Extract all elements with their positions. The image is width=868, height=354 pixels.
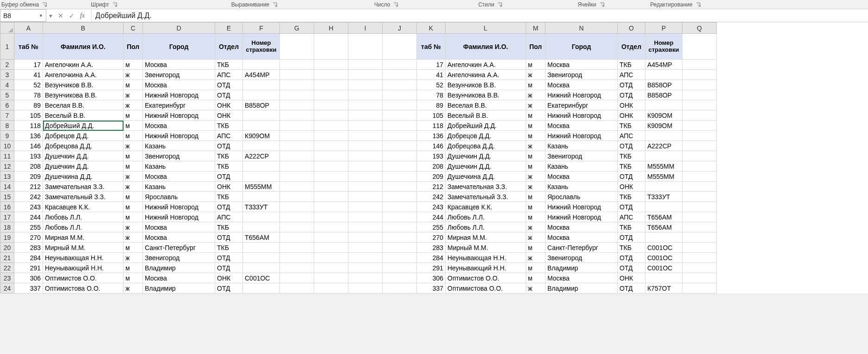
cell-I10[interactable] bbox=[348, 141, 383, 151]
cell-N15[interactable]: Ярославль bbox=[546, 192, 618, 202]
cell-N3[interactable]: Звенигород bbox=[546, 70, 618, 80]
cell-P15[interactable]: Т333УТ bbox=[645, 192, 682, 202]
cell-I13[interactable] bbox=[348, 171, 383, 182]
cell-C7[interactable]: м bbox=[124, 110, 143, 121]
cell-O13[interactable]: ОТД bbox=[618, 171, 645, 182]
cell-K11[interactable]: 193 bbox=[417, 151, 446, 161]
row-header-5[interactable]: 5 bbox=[0, 90, 14, 100]
row-header-14[interactable]: 14 bbox=[0, 182, 14, 192]
cell-L10[interactable]: Добрецова Д.Д. bbox=[446, 141, 526, 151]
confirm-icon[interactable]: ✓ bbox=[69, 12, 74, 19]
cell-M20[interactable]: м bbox=[526, 243, 546, 253]
cell-B14[interactable]: Замечательная З.З. bbox=[43, 182, 124, 192]
cell-C17[interactable]: м bbox=[124, 212, 143, 222]
cell-H18[interactable] bbox=[314, 222, 348, 232]
cell-C5[interactable]: ж bbox=[124, 90, 143, 100]
cell-L23[interactable]: Оптимистов О.О. bbox=[446, 273, 526, 283]
cell-K7[interactable]: 105 bbox=[417, 110, 446, 121]
cell-K21[interactable]: 284 bbox=[417, 253, 446, 263]
cell-C13[interactable]: ж bbox=[124, 171, 143, 182]
cell-O7[interactable]: ОНК bbox=[618, 110, 645, 121]
cell-D5[interactable]: Нижний Новгород bbox=[143, 90, 215, 100]
cell-B7[interactable]: Веселый В.В. bbox=[43, 110, 124, 121]
cell-G6[interactable] bbox=[280, 100, 314, 110]
cell-H5[interactable] bbox=[314, 90, 348, 100]
cell-N13[interactable]: Москва bbox=[546, 171, 618, 182]
col-header-O[interactable]: O bbox=[618, 23, 645, 34]
cell-L9[interactable]: Добрецов Д.Д. bbox=[446, 131, 526, 141]
cell-O14[interactable]: ОНК bbox=[618, 182, 645, 192]
cell-A22[interactable]: 291 bbox=[14, 263, 43, 273]
cell-K2[interactable]: 17 bbox=[417, 60, 446, 70]
cell-A12[interactable]: 208 bbox=[14, 161, 43, 171]
cell-D23[interactable]: Москва bbox=[143, 273, 215, 283]
cell-Q19[interactable] bbox=[682, 232, 717, 243]
cell-M22[interactable]: м bbox=[526, 263, 546, 273]
cell-E7[interactable]: ОНК bbox=[215, 110, 243, 121]
cell-A5[interactable]: 78 bbox=[14, 90, 43, 100]
cell-H15[interactable] bbox=[314, 192, 348, 202]
cell-L11[interactable]: Душечкин Д.Д. bbox=[446, 151, 526, 161]
cell-N17[interactable]: Нижний Новгород bbox=[546, 212, 618, 222]
cell-P1[interactable]: Номер страховки bbox=[645, 34, 682, 60]
cell-M5[interactable]: ж bbox=[526, 90, 546, 100]
cell-K6[interactable]: 89 bbox=[417, 100, 446, 110]
cell-F17[interactable] bbox=[243, 212, 280, 222]
cell-P22[interactable]: С001ОС bbox=[645, 263, 682, 273]
cell-C16[interactable]: м bbox=[124, 202, 143, 212]
cell-B15[interactable]: Замечательный З.З. bbox=[43, 192, 124, 202]
formula-input[interactable] bbox=[91, 9, 868, 22]
row-header-7[interactable]: 7 bbox=[0, 110, 14, 121]
col-header-L[interactable]: L bbox=[446, 23, 526, 34]
cell-Q1[interactable] bbox=[682, 34, 717, 60]
cell-Q23[interactable] bbox=[682, 273, 717, 283]
fx-icon[interactable]: fx bbox=[80, 12, 88, 19]
cell-N20[interactable]: Санкт-Петербург bbox=[546, 243, 618, 253]
cell-E4[interactable]: ОТД bbox=[215, 80, 243, 90]
cell-F22[interactable] bbox=[243, 263, 280, 273]
cell-G12[interactable] bbox=[280, 161, 314, 171]
cell-C24[interactable]: ж bbox=[124, 283, 143, 293]
cell-E8[interactable]: ТКБ bbox=[215, 121, 243, 131]
cell-P7[interactable]: К909ОМ bbox=[645, 110, 682, 121]
cell-H24[interactable] bbox=[314, 283, 348, 293]
cell-B5[interactable]: Везунчикова В.В. bbox=[43, 90, 124, 100]
row-header-1[interactable]: 1 bbox=[0, 34, 14, 60]
cell-E1[interactable]: Отдел bbox=[215, 34, 243, 60]
cell-O22[interactable]: ОТД bbox=[618, 263, 645, 273]
cell-M16[interactable]: м bbox=[526, 202, 546, 212]
cell-E11[interactable]: ТКБ bbox=[215, 151, 243, 161]
cell-G18[interactable] bbox=[280, 222, 314, 232]
cell-B21[interactable]: Неунывающая Н.Н. bbox=[43, 253, 124, 263]
cell-G19[interactable] bbox=[280, 232, 314, 243]
cell-M3[interactable]: ж bbox=[526, 70, 546, 80]
cell-H20[interactable] bbox=[314, 243, 348, 253]
cell-P19[interactable] bbox=[645, 232, 682, 243]
cell-I17[interactable] bbox=[348, 212, 383, 222]
cell-E9[interactable]: АПС bbox=[215, 131, 243, 141]
cell-D7[interactable]: Нижний Новгород bbox=[143, 110, 215, 121]
cell-P12[interactable]: М555ММ bbox=[645, 161, 682, 171]
cell-O10[interactable]: ОТД bbox=[618, 141, 645, 151]
cell-Q9[interactable] bbox=[682, 131, 717, 141]
cell-J2[interactable] bbox=[383, 60, 417, 70]
cell-Q14[interactable] bbox=[682, 182, 717, 192]
cell-C14[interactable]: ж bbox=[124, 182, 143, 192]
cell-M12[interactable]: м bbox=[526, 161, 546, 171]
cell-G22[interactable] bbox=[280, 263, 314, 273]
cell-F20[interactable] bbox=[243, 243, 280, 253]
name-box[interactable]: ▼ bbox=[0, 9, 46, 22]
cell-I18[interactable] bbox=[348, 222, 383, 232]
ribbon-expand-icon[interactable] bbox=[599, 2, 605, 7]
cell-P17[interactable]: Т656АМ bbox=[645, 212, 682, 222]
cell-M4[interactable]: м bbox=[526, 80, 546, 90]
cancel-icon[interactable]: ✕ bbox=[58, 12, 63, 19]
cell-A9[interactable]: 136 bbox=[14, 131, 43, 141]
cell-K8[interactable]: 118 bbox=[417, 121, 446, 131]
cell-O8[interactable]: ТКБ bbox=[618, 121, 645, 131]
cell-I24[interactable] bbox=[348, 283, 383, 293]
cell-Q5[interactable] bbox=[682, 90, 717, 100]
cell-J1[interactable] bbox=[383, 34, 417, 60]
cell-Q22[interactable] bbox=[682, 263, 717, 273]
cell-P23[interactable] bbox=[645, 273, 682, 283]
